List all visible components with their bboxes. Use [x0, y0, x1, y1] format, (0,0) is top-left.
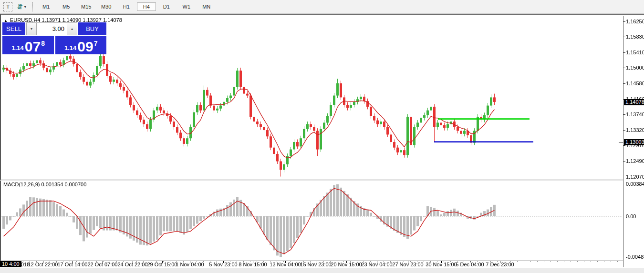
arrange-style-icon: ⇵ [17, 3, 23, 10]
time-tick-label: 27 Nov 23:00 [392, 262, 423, 267]
timeframe-button-m1[interactable]: M1 [37, 2, 56, 11]
time-tick-label: 12 Oct 22:00 [28, 262, 58, 267]
sell-price-big: 07 [25, 40, 41, 53]
time-tick-label: 23 Nov 04:00 [361, 262, 392, 267]
macd-tick-label: 0.003847 [626, 181, 644, 187]
trading-terminal-window: T ⇵ ▾ M1M5M15M30H1H4D1W1MN ▲EURUSD,H4 1.… [0, 0, 644, 273]
timeframe-button-group: M1M5M15M30H1H4D1W1MN [36, 2, 217, 11]
price-tick-label: 1.14580 [626, 81, 644, 86]
toolbar: T ⇵ ▾ M1M5M15M30H1H4D1W1MN [0, 0, 644, 14]
timeframe-button-m30[interactable]: M30 [97, 2, 116, 11]
price-tick-label: 1.16250 [626, 19, 644, 24]
sell-price-pip: 8 [41, 40, 45, 47]
time-tick-label: 8 Nov 15:00 [239, 262, 267, 267]
sell-price-prefix: 1.14 [12, 44, 24, 51]
caret-down-icon: ▾ [31, 27, 32, 31]
caret-up-icon: ▴ [71, 27, 73, 31]
timeframe-button-d1[interactable]: D1 [157, 2, 176, 11]
time-tick-label: 17 Oct 14:00 [58, 262, 88, 267]
time-tick-label: 29 Oct 15:00 [147, 262, 177, 267]
buy-button-label: BUY [86, 25, 99, 32]
buy-price-big: 09 [77, 40, 93, 53]
arrange-style-button[interactable]: ⇵ ▾ [16, 1, 28, 12]
price-tick-label: 1.15000 [626, 65, 644, 71]
price-tick-label: 1.13740 [626, 111, 644, 117]
sell-button[interactable]: SELL [2, 22, 25, 35]
price-tick-label: 1.12070 [626, 174, 644, 180]
timeframe-button-mn[interactable]: MN [197, 2, 216, 11]
time-tick-label: 20 Nov 15:00 [331, 262, 362, 267]
one-click-trade-panel: SELL ▾ 3.00 ▴ BUY 1.14 07 8 1.14 0 [2, 22, 106, 54]
timeframe-button-w1[interactable]: W1 [177, 2, 196, 11]
time-tick-label: 24 Oct 22:00 [118, 262, 148, 267]
status-strip [0, 268, 644, 273]
buy-button[interactable]: BUY [78, 22, 106, 35]
time-tick-label: 5 Dec 04:00 [456, 262, 484, 267]
buy-price-pip: 7 [94, 40, 98, 47]
timeframe-button-h4[interactable]: H4 [137, 2, 156, 11]
volume-decrease-button[interactable]: ▾ [26, 22, 37, 35]
time-tick-label: 7 Dec 23:00 [486, 262, 514, 267]
time-tick-label: 5 Nov 23:00 [209, 262, 237, 267]
toolbar-grip[interactable] [32, 2, 33, 11]
price-tick-label: 1.12490 [626, 158, 644, 164]
volume-input[interactable]: 3.00 [37, 22, 67, 35]
macd-tick-label: 0.00 [626, 213, 636, 219]
sell-button-label: SELL [6, 25, 21, 32]
time-tick-label: 13 Nov 04:00 [270, 262, 301, 267]
time-tick-label: 30 Nov 15:00 [426, 262, 457, 267]
timeframe-button-m5[interactable]: M5 [57, 2, 76, 11]
price-tick-label: 1.15830 [626, 34, 644, 40]
buy-price-box[interactable]: 1.14 09 7 [55, 36, 107, 54]
price-tick-label: 1.15410 [626, 50, 644, 55]
time-tick-label: 15 Nov 23:00 [300, 262, 331, 267]
buy-price-prefix: 1.14 [64, 44, 76, 51]
timeframe-button-h1[interactable]: H1 [117, 2, 136, 11]
crosshair-time-badge: 10 4:00 [0, 261, 21, 267]
partial-date-label: 018 [21, 262, 30, 267]
price-tick-label: 1.13320 [626, 127, 644, 133]
time-tick-label: 22 Oct 07:00 [88, 262, 118, 267]
macd-tick-label: -0.004856 [626, 254, 644, 260]
volume-value: 3.00 [52, 25, 64, 32]
chart-template-button[interactable]: T [2, 1, 14, 12]
volume-increase-button[interactable]: ▴ [67, 22, 77, 35]
chart-template-icon: T [3, 2, 12, 11]
macd-indicator-label: MACD(12,26,9) 0.001354 0.000700 [3, 182, 86, 187]
sell-price-box[interactable]: 1.14 07 8 [2, 36, 54, 54]
support-level-badge: 1.13003 [624, 139, 644, 145]
time-tick-label: 1 Nov 04:00 [176, 262, 204, 267]
chevron-down-icon: ▾ [24, 5, 26, 9]
timeframe-button-m15[interactable]: M15 [77, 2, 96, 11]
current-price-badge: 1.14078 [624, 99, 644, 105]
